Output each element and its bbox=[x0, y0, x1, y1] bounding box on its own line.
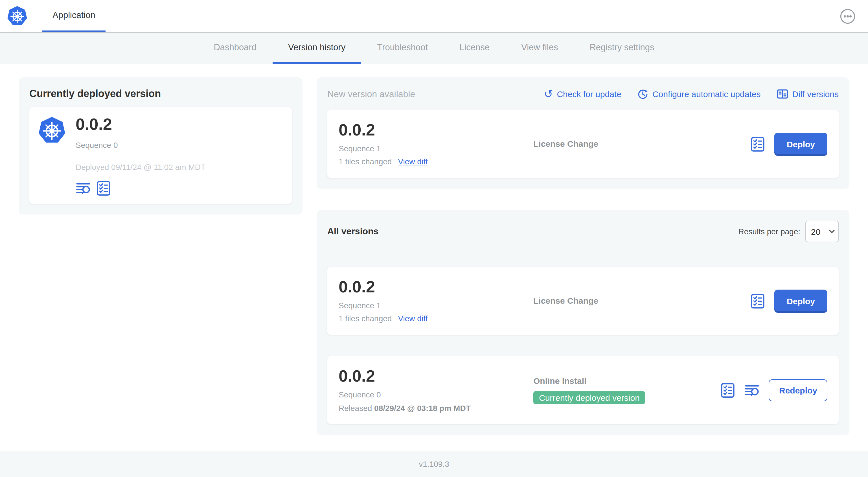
source-label: License Change bbox=[533, 139, 598, 148]
files-changed-label: 1 files changed bbox=[339, 157, 392, 166]
check-for-update-label: Check for update bbox=[557, 89, 621, 99]
new-version-title: New version available bbox=[327, 89, 415, 99]
current-version-panel: Currently deployed version bbox=[19, 77, 303, 214]
tab-view-files[interactable]: View files bbox=[505, 33, 574, 64]
checklist-icon bbox=[96, 181, 111, 196]
configure-automatic-updates-label: Configure automatic updates bbox=[652, 89, 761, 99]
current-version-card: 0.0.2 Sequence 0 Deployed 09/11/24 @ 11:… bbox=[29, 107, 292, 204]
tab-label: Dashboard bbox=[214, 42, 256, 53]
tab-label: License bbox=[459, 42, 490, 53]
page-footer: v1.109.3 bbox=[0, 451, 868, 477]
admin-console-page: Application Dashboard Version history Tr… bbox=[0, 0, 868, 477]
view-logs-button[interactable] bbox=[75, 181, 91, 196]
version-actions: Deploy bbox=[750, 289, 827, 312]
version-row: 0.0.2 Sequence 1 1 files changed View di… bbox=[327, 267, 839, 335]
version-source: License Change bbox=[533, 296, 750, 306]
version-actions: Deploy bbox=[750, 132, 827, 155]
diff-icon bbox=[776, 88, 788, 100]
version-info: 0.0.2 Sequence 1 1 files changed View di… bbox=[339, 279, 533, 323]
checklist-icon bbox=[720, 383, 736, 398]
tab-license[interactable]: License bbox=[443, 33, 505, 64]
new-version-header: New version available ↺ Check for update bbox=[327, 88, 839, 100]
logs-icon bbox=[75, 181, 91, 196]
version-number: 0.0.2 bbox=[75, 116, 206, 133]
version-row: 0.0.2 Sequence 0 Released 08/29/24 @ 03:… bbox=[327, 356, 839, 424]
deployed-timestamp: Deployed 09/11/24 @ 11:02 am MDT bbox=[75, 162, 206, 172]
version-info: 0.0.2 Sequence 0 Released 08/29/24 @ 03:… bbox=[339, 368, 533, 412]
tab-label: Version history bbox=[288, 42, 345, 53]
subnav: Dashboard Version history Troubleshoot L… bbox=[0, 32, 868, 64]
results-per-page-select-wrap: 20 bbox=[805, 221, 839, 242]
released-timestamp: Released 08/29/24 @ 03:18 pm MDT bbox=[339, 403, 533, 412]
version-info: 0.0.2 Sequence 1 1 files changed View di… bbox=[339, 122, 533, 166]
sequence-label: Sequence 1 bbox=[339, 301, 533, 310]
more-menu-button[interactable] bbox=[840, 8, 856, 24]
files-changed-row: 1 files changed View diff bbox=[339, 314, 533, 323]
results-per-page: Results per page: 20 bbox=[739, 221, 839, 242]
version-actions: Redeploy bbox=[720, 379, 827, 401]
app-logo bbox=[7, 0, 28, 32]
new-version-card: 0.0.2 Sequence 1 1 files changed View di… bbox=[327, 110, 839, 178]
diff-versions-label: Diff versions bbox=[792, 89, 839, 99]
results-per-page-select[interactable]: 20 bbox=[806, 221, 838, 242]
preflight-checks-button[interactable] bbox=[720, 383, 736, 398]
tab-label: Registry settings bbox=[589, 42, 654, 53]
sequence-label: Sequence 1 bbox=[339, 144, 533, 153]
version-source: Online Install Currently deployed versio… bbox=[533, 376, 720, 404]
tab-label: Troubleshoot bbox=[377, 42, 428, 53]
kubernetes-wheel-icon bbox=[7, 6, 28, 27]
tab-troubleshoot[interactable]: Troubleshoot bbox=[361, 33, 443, 64]
checklist-icon bbox=[750, 136, 765, 152]
all-versions-panel: All versions Results per page: 20 bbox=[317, 210, 849, 435]
version-source: License Change bbox=[533, 139, 750, 149]
released-date: 08/29/24 @ 03:18 pm MDT bbox=[374, 403, 471, 412]
configure-automatic-updates-link[interactable]: Configure automatic updates bbox=[637, 88, 761, 100]
app-icon bbox=[38, 116, 66, 196]
logs-icon bbox=[745, 383, 760, 398]
version-number: 0.0.2 bbox=[339, 122, 533, 138]
deploy-button[interactable]: Deploy bbox=[774, 132, 827, 155]
current-version-title: Currently deployed version bbox=[29, 88, 292, 100]
current-version-actions bbox=[75, 181, 206, 196]
view-diff-link[interactable]: View diff bbox=[398, 157, 428, 166]
schedule-icon bbox=[637, 88, 648, 100]
released-prefix: Released bbox=[339, 403, 372, 412]
console-version: v1.109.3 bbox=[419, 459, 449, 469]
files-changed-row: 1 files changed View diff bbox=[339, 157, 533, 166]
check-for-update-link[interactable]: ↺ Check for update bbox=[544, 89, 621, 99]
header-right bbox=[840, 0, 868, 32]
ellipsis-icon bbox=[840, 8, 856, 24]
app-tab[interactable]: Application bbox=[42, 0, 105, 32]
checklist-icon bbox=[750, 293, 765, 308]
main-content: Currently deployed version bbox=[0, 64, 868, 435]
all-versions-title: All versions bbox=[327, 226, 378, 237]
sequence-label: Sequence 0 bbox=[339, 390, 533, 399]
version-rows: 0.0.2 Sequence 1 1 files changed View di… bbox=[327, 257, 839, 424]
tab-version-history[interactable]: Version history bbox=[272, 33, 361, 64]
currently-deployed-badge: Currently deployed version bbox=[533, 391, 645, 404]
sequence-label: Sequence 0 bbox=[75, 141, 206, 150]
source-label: Online Install bbox=[533, 376, 720, 386]
view-logs-button[interactable] bbox=[745, 383, 760, 398]
results-per-page-label: Results per page: bbox=[739, 227, 800, 236]
tab-label: View files bbox=[521, 42, 558, 53]
source-label: License Change bbox=[533, 296, 598, 305]
diff-versions-link[interactable]: Diff versions bbox=[776, 88, 839, 100]
redeploy-button[interactable]: Redeploy bbox=[769, 379, 827, 401]
files-changed-label: 1 files changed bbox=[339, 314, 392, 323]
tab-registry-settings[interactable]: Registry settings bbox=[574, 33, 670, 64]
release-notes-button[interactable] bbox=[96, 181, 111, 196]
version-number: 0.0.2 bbox=[339, 368, 533, 384]
top-header: Application bbox=[0, 0, 868, 32]
new-version-panel: New version available ↺ Check for update bbox=[317, 77, 849, 189]
tab-dashboard[interactable]: Dashboard bbox=[198, 33, 272, 64]
preflight-checks-button[interactable] bbox=[750, 136, 765, 152]
kubernetes-wheel-icon bbox=[38, 116, 66, 145]
current-version-details: 0.0.2 Sequence 0 Deployed 09/11/24 @ 11:… bbox=[75, 116, 206, 196]
preflight-checks-button[interactable] bbox=[750, 293, 765, 308]
app-tab-label: Application bbox=[53, 10, 95, 20]
update-actions: ↺ Check for update Configure automatic u… bbox=[544, 88, 839, 100]
view-diff-link[interactable]: View diff bbox=[398, 314, 428, 323]
all-versions-header: All versions Results per page: 20 bbox=[327, 221, 839, 242]
deploy-button[interactable]: Deploy bbox=[774, 289, 827, 312]
